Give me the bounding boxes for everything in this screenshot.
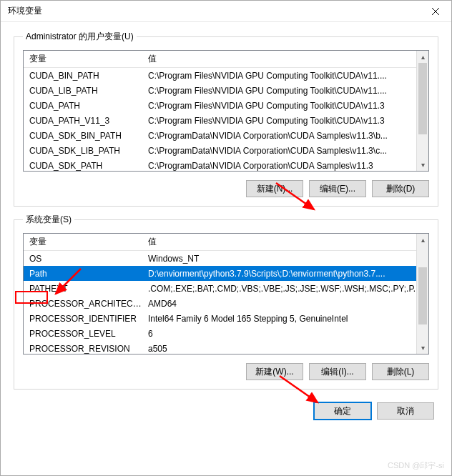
dialog-body: Administrator 的用户变量(U) 变量 值 CUDA_BIN_PAT… [1, 22, 451, 475]
user-edit-button[interactable]: 编辑(E)... [309, 180, 366, 197]
user-variables-table[interactable]: 变量 值 CUDA_BIN_PATHC:\Program Files\NVIDI… [23, 50, 429, 172]
user-rows: CUDA_BIN_PATHC:\Program Files\NVIDIA GPU… [24, 68, 428, 171]
system-variables-legend: 系统变量(S) [23, 214, 74, 226]
system-variables-group: 系统变量(S) 变量 值 OSWindows_NTPathD:\enviorme… [14, 214, 438, 390]
table-row[interactable]: PROCESSOR_ARCHITECT...AMD64 [24, 296, 428, 311]
cell-value: C:\Program Files\NVIDIA GPU Computing To… [144, 101, 428, 111]
table-row[interactable]: PATHEXT.COM;.EXE;.BAT;.CMD;.VBS;.VBE;.JS… [24, 281, 428, 296]
cell-value: C:\Program Files\NVIDIA GPU Computing To… [144, 116, 428, 126]
table-row[interactable]: PROCESSOR_IDENTIFIERIntel64 Family 6 Mod… [24, 311, 428, 326]
cell-variable: CUDA_PATH [24, 101, 144, 111]
cell-variable: CUDA_BIN_PATH [24, 71, 144, 81]
cell-variable: OS [24, 254, 144, 264]
table-row[interactable]: PathD:\enviorment\python3.7.9\Scripts\;D… [24, 266, 428, 281]
scrollbar[interactable]: ▴ ▾ [416, 51, 428, 171]
cell-variable: Path [24, 269, 144, 279]
sys-new-button[interactable]: 新建(W)... [246, 363, 303, 380]
table-row[interactable]: CUDA_SDK_PATHC:\ProgramData\NVIDIA Corpo… [24, 158, 428, 171]
table-row[interactable]: CUDA_SDK_BIN_PATHC:\ProgramData\NVIDIA C… [24, 128, 428, 143]
scroll-thumb[interactable] [418, 267, 427, 324]
table-row[interactable]: CUDA_PATH_V11_3C:\Program Files\NVIDIA G… [24, 113, 428, 128]
cell-variable: CUDA_PATH_V11_3 [24, 116, 144, 126]
cell-value: 6 [144, 329, 428, 339]
scroll-thumb[interactable] [418, 63, 427, 134]
cell-variable: CUDA_LIB_PATH [24, 86, 144, 96]
env-variables-dialog: 环境变量 Administrator 的用户变量(U) 变量 值 CUDA_BI… [0, 0, 452, 476]
cell-variable: PROCESSOR_REVISION [24, 344, 144, 354]
table-row[interactable]: CUDA_SDK_LIB_PATHC:\ProgramData\NVIDIA C… [24, 143, 428, 158]
cancel-button[interactable]: 取消 [377, 402, 434, 420]
cell-value: C:\Program Files\NVIDIA GPU Computing To… [144, 86, 428, 96]
close-icon [432, 8, 439, 15]
sys-buttons: 新建(W)... 编辑(I)... 删除(L) [23, 363, 429, 380]
table-row[interactable]: CUDA_BIN_PATHC:\Program Files\NVIDIA GPU… [24, 68, 428, 83]
table-row[interactable]: PROCESSOR_REVISIONa505 [24, 341, 428, 354]
sys-rows: OSWindows_NTPathD:\enviorment\python3.7.… [24, 251, 428, 354]
table-row[interactable]: PROCESSOR_LEVEL6 [24, 326, 428, 341]
table-row[interactable]: CUDA_LIB_PATHC:\Program Files\NVIDIA GPU… [24, 83, 428, 98]
table-row[interactable]: CUDA_PATHC:\Program Files\NVIDIA GPU Com… [24, 98, 428, 113]
sys-delete-button[interactable]: 删除(L) [372, 363, 429, 380]
table-header: 变量 值 [24, 51, 428, 68]
cell-variable: PROCESSOR_ARCHITECT... [24, 299, 144, 309]
table-header: 变量 值 [24, 234, 428, 251]
footer-buttons: 确定 取消 [14, 402, 438, 420]
cell-value: a505 [144, 344, 428, 354]
cell-variable: PROCESSOR_LEVEL [24, 329, 144, 339]
system-variables-table[interactable]: 变量 值 OSWindows_NTPathD:\enviorment\pytho… [23, 233, 429, 354]
cell-value: D:\enviorment\python3.7.9\Scripts\;D:\en… [144, 269, 428, 279]
sys-edit-button[interactable]: 编辑(I)... [309, 363, 366, 380]
cell-value: C:\ProgramData\NVIDIA Corporation\CUDA S… [144, 131, 428, 141]
ok-button[interactable]: 确定 [314, 402, 371, 420]
cell-variable: CUDA_SDK_PATH [24, 161, 144, 171]
user-variables-group: Administrator 的用户变量(U) 变量 值 CUDA_BIN_PAT… [14, 31, 438, 207]
cell-value: C:\ProgramData\NVIDIA Corporation\CUDA S… [144, 146, 428, 156]
cell-value: AMD64 [144, 299, 428, 309]
header-value[interactable]: 值 [144, 236, 428, 248]
user-buttons: 新建(N)... 编辑(E)... 删除(D) [23, 180, 429, 197]
cell-variable: CUDA_SDK_BIN_PATH [24, 131, 144, 141]
scroll-down-icon[interactable]: ▾ [417, 159, 428, 171]
window-title: 环境变量 [8, 5, 42, 17]
cell-value: Windows_NT [144, 254, 428, 264]
user-new-button[interactable]: 新建(N)... [246, 180, 303, 197]
user-variables-legend: Administrator 的用户变量(U) [23, 31, 137, 43]
scroll-up-icon[interactable]: ▴ [417, 234, 428, 246]
cell-variable: PROCESSOR_IDENTIFIER [24, 314, 144, 324]
cell-value: Intel64 Family 6 Model 165 Stepping 5, G… [144, 314, 428, 324]
cell-value: C:\Program Files\NVIDIA GPU Computing To… [144, 71, 428, 81]
cell-variable: CUDA_SDK_LIB_PATH [24, 146, 144, 156]
cell-value: C:\ProgramData\NVIDIA Corporation\CUDA S… [144, 161, 428, 171]
watermark: CSDN @邱宇-si [388, 460, 444, 471]
user-delete-button[interactable]: 删除(D) [372, 180, 429, 197]
header-variable[interactable]: 变量 [24, 236, 144, 248]
header-value[interactable]: 值 [144, 53, 428, 65]
scroll-up-icon[interactable]: ▴ [417, 51, 428, 63]
header-variable[interactable]: 变量 [24, 53, 144, 65]
cell-value: .COM;.EXE;.BAT;.CMD;.VBS;.VBE;.JS;.JSE;.… [144, 284, 428, 294]
scroll-down-icon[interactable]: ▾ [417, 342, 428, 354]
table-row[interactable]: OSWindows_NT [24, 251, 428, 266]
close-button[interactable] [420, 1, 451, 22]
titlebar: 环境变量 [1, 1, 451, 22]
scrollbar[interactable]: ▴ ▾ [416, 234, 428, 354]
cell-variable: PATHEXT [24, 284, 144, 294]
